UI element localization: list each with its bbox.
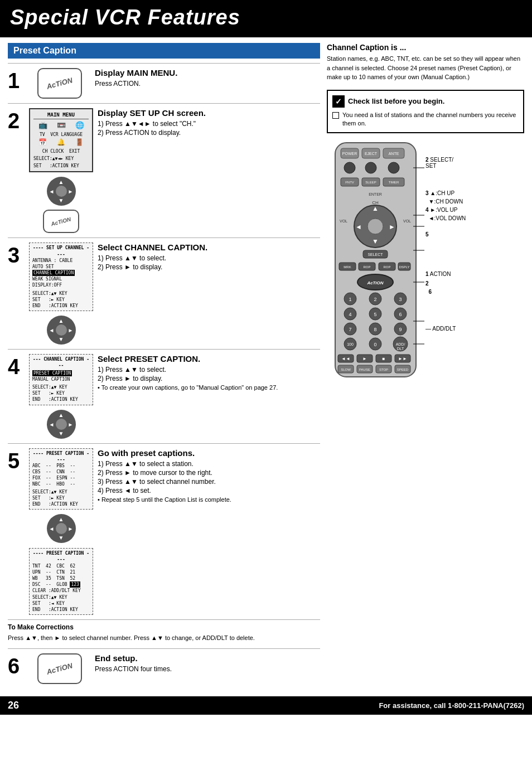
step-4-number: 4: [8, 356, 25, 377]
annotation-26: 6: [425, 289, 466, 295]
step-2-image: MAIN MENU 📺📼🌐 TV VCR LANGUAGE 📅🔔🚪 CH CLO…: [29, 108, 93, 233]
step-6-text: End setup. Press ACTION four times.: [95, 653, 320, 674]
svg-point-7: [344, 162, 355, 173]
svg-text:VOL: VOL: [340, 219, 347, 223]
svg-text:POWER: POWER: [342, 152, 357, 156]
svg-point-8: [365, 162, 376, 173]
checklist-title: ✓ Check list before you begin.: [332, 95, 519, 108]
check-icon: ✓: [332, 95, 345, 108]
checkbox: [332, 112, 339, 119]
svg-text:►►: ►►: [398, 356, 407, 361]
svg-text:SELECT: SELECT: [367, 253, 383, 256]
page-header: Special VCR Features: [0, 0, 532, 37]
action-label: AcTiON: [46, 76, 74, 91]
step-1-image: AcTiON: [29, 68, 90, 99]
step-6-image: AcTiON: [29, 653, 90, 684]
annotation-vol-up: 4 ►:VOL UP: [425, 207, 466, 213]
step-5-number: 5: [8, 450, 25, 472]
channel-caption-section: Channel Caption is ... Station names, e.…: [327, 43, 524, 82]
step-5-image: ---- PRESET CAPTION ---- ABC -- PBS -- C…: [29, 448, 93, 615]
annotation-ch-down: ▼:CH DOWN: [425, 198, 466, 205]
svg-text:►: ►: [362, 356, 367, 361]
step-4: 4 --- CHANNEL CAPTION --- PRESET CAPTION…: [8, 349, 320, 443]
annotation-vol-down: ◄:VOL DOWN: [425, 215, 466, 221]
arrow-pad-5: ◄ ►: [47, 514, 76, 543]
left-column: Preset Caption 1 AcTiON Display MAIN MEN…: [8, 43, 320, 689]
arrow-pad-3: ◄ ►: [47, 316, 76, 345]
svg-text:3: 3: [399, 297, 402, 302]
step-3-image: ---- SET UP CHANNEL ---- ANTENNA : CABLE…: [29, 243, 93, 345]
svg-text:2: 2: [374, 297, 376, 302]
svg-text:100: 100: [347, 342, 354, 346]
step-3-number: 3: [8, 245, 25, 266]
step-2: 2 MAIN MENU 📺📼🌐 TV VCR LANGUAGE 📅🔔🚪 CH C…: [8, 103, 320, 237]
step-4-text: Select PRESET CAPTION. 1) Press ▲▼ to se…: [98, 354, 320, 391]
svg-text:AcTiON: AcTiON: [366, 280, 383, 285]
svg-text:MRK: MRK: [344, 265, 351, 269]
preset-caption-screen-2: ---- PRESET CAPTION ---- TNT 42 CBC 62 U…: [29, 548, 93, 615]
step-6: 6 AcTiON End setup. Press ACTION four ti…: [8, 648, 320, 689]
svg-text:STOP: STOP: [379, 368, 388, 371]
annotation-2: 2: [425, 280, 466, 287]
corrections-title: To Make Corrections: [8, 623, 320, 631]
svg-text:▼: ▼: [372, 237, 379, 245]
page-footer: 26 For assistance, call 1-800-211-PANA(7…: [0, 696, 532, 715]
svg-point-19: [367, 219, 383, 234]
annotation-adddlt: — ADD/DLT: [425, 326, 466, 332]
setup-channel-screen: ---- SET UP CHANNEL ---- ANTENNA : CABLE…: [29, 243, 93, 311]
step-5-text: Go with preset captions. 1) Press ▲▼ to …: [98, 448, 320, 503]
channel-caption-text: Station names, e.g. ABC, TNT, etc. can b…: [327, 54, 524, 82]
svg-text:►: ►: [389, 223, 395, 231]
svg-text:DLT: DLT: [397, 347, 404, 351]
svg-text:9: 9: [399, 327, 402, 332]
svg-text:ENTER: ENTER: [369, 192, 382, 196]
action-oval-6: AcTiON: [37, 653, 82, 684]
svg-text:▲: ▲: [372, 205, 379, 212]
svg-text:■: ■: [383, 356, 385, 361]
remote-section: POWER EJECT ANTE FNTV SLEEP TIMER: [327, 140, 524, 381]
svg-text:SPEED: SPEED: [397, 368, 409, 371]
svg-text:◄: ◄: [355, 223, 362, 231]
svg-text:0: 0: [374, 342, 376, 347]
svg-text:8: 8: [374, 327, 376, 332]
annotation-ch-up: 3 ▲:CH UP: [425, 190, 466, 196]
right-column: Channel Caption is ... Station names, e.…: [327, 43, 524, 689]
arrow-pad-4: ◄ ►: [47, 410, 76, 439]
annotation-5: 5: [425, 231, 466, 237]
svg-text:PAUSE: PAUSE: [359, 368, 370, 371]
remote-svg: POWER EJECT ANTE FNTV SLEEP TIMER: [327, 140, 424, 380]
step-1-number: 1: [8, 70, 25, 91]
svg-text:TIMER: TIMER: [389, 181, 399, 184]
svg-text:7: 7: [349, 327, 351, 332]
svg-text:◄◄: ◄◄: [341, 356, 350, 361]
checklist-item: You need a list of stations and the chan…: [332, 111, 519, 128]
step-6-number: 6: [8, 656, 25, 677]
svg-text:VOL: VOL: [403, 219, 411, 223]
assist-text: For assistance, call 1-800-211-PANA(7262…: [379, 701, 524, 710]
remote-svg-container: POWER EJECT ANTE FNTV SLEEP TIMER: [327, 140, 424, 381]
section-header: Preset Caption: [8, 43, 320, 59]
svg-text:EJECT: EJECT: [365, 152, 378, 156]
checklist-box: ✓ Check list before you begin. You need …: [327, 90, 524, 134]
remote-annotations: 2 SELECT/SET 3 ▲:CH UP ▼:CH DOWN 4 ►:VOL…: [425, 140, 466, 381]
step-5: 5 ---- PRESET CAPTION ---- ABC -- PBS --…: [8, 443, 320, 620]
svg-text:5: 5: [374, 312, 376, 317]
svg-text:ROP: ROP: [363, 265, 370, 269]
channel-caption-title: Channel Caption is ...: [327, 43, 524, 52]
svg-text:4: 4: [349, 312, 351, 317]
preset-caption-screen-1: ---- PRESET CAPTION ---- ABC -- PBS -- C…: [29, 448, 93, 510]
corrections-text: Press ▲▼, then ► to select channel numbe…: [8, 633, 320, 643]
svg-text:1: 1: [349, 297, 351, 302]
annotation-action: 1 ACTION: [425, 271, 466, 277]
step-4-image: --- CHANNEL CAPTION --- PRESET CAPTION M…: [29, 354, 93, 438]
action-button-image: AcTiON: [37, 68, 82, 99]
step-2-number: 2: [8, 110, 25, 132]
step-3-text: Select CHANNEL CAPTION. 1) Press ▲▼ to s…: [98, 243, 320, 272]
arrow-pad-1: ◄ ►: [47, 177, 76, 206]
channel-caption-screen: --- CHANNEL CAPTION --- PRESET CAPTION M…: [29, 354, 93, 405]
action-oval-2: AcTiON: [43, 210, 79, 233]
step-1-text: Display MAIN MENU. Press ACTION.: [95, 68, 320, 89]
step-3: 3 ---- SET UP CHANNEL ---- ANTENNA : CAB…: [8, 237, 320, 349]
svg-text:ANTE: ANTE: [389, 152, 399, 156]
svg-text:ROP: ROP: [383, 265, 390, 269]
